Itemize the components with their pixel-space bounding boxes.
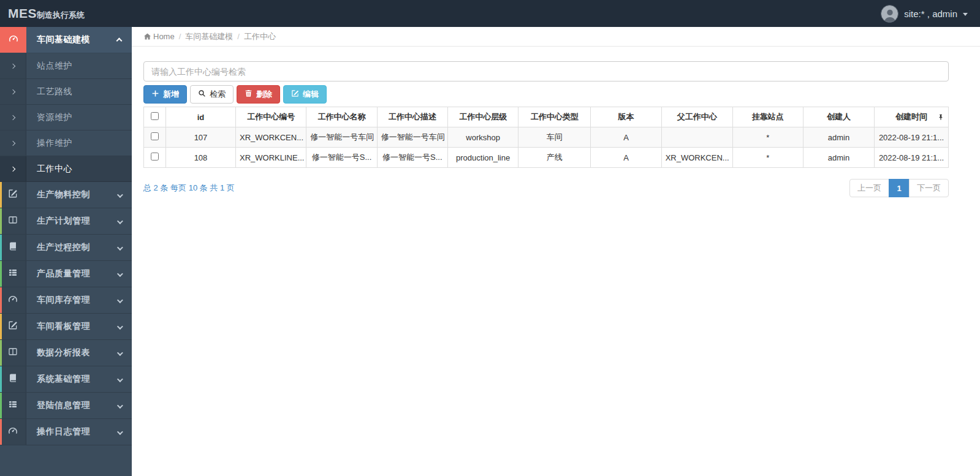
cell-version: A (591, 127, 661, 148)
plus-icon (151, 89, 159, 99)
th-list-icon (8, 268, 18, 280)
chevron-down-icon (117, 268, 121, 279)
sidebar-group-production-plan-management[interactable]: 生产计划管理 (0, 208, 132, 235)
chevron-right-icon (10, 140, 15, 145)
cell-version: A (591, 148, 661, 168)
logo-sub-text: 制造执行系统 (37, 10, 85, 21)
sidebar-group-label: 生产计划管理 (26, 216, 117, 227)
cell-level: workshop (447, 127, 518, 148)
cell-parent: XR_WORKCEN... (661, 148, 732, 168)
person-icon (883, 7, 897, 22)
cell-parent (661, 127, 732, 148)
cell-id: 107 (166, 127, 236, 148)
breadcrumb-current: 工作中心 (244, 31, 276, 42)
select-all-checkbox[interactable] (151, 112, 159, 120)
cell-name: 修一智能一号车间 (306, 127, 377, 148)
row-checkbox[interactable] (151, 132, 159, 140)
column-header-create-time: 创建时间 (875, 107, 949, 127)
add-button[interactable]: 新增 (143, 85, 187, 104)
stripe (0, 314, 2, 339)
chevron-down-icon (117, 321, 121, 332)
table-row[interactable]: 107 XR_WORKCEN... 修一智能一号车间 修一智能一号车间 work… (144, 127, 949, 148)
sidebar-item-resource-maintenance[interactable]: 资源维护 (0, 105, 132, 130)
chevron-down-icon (117, 347, 121, 358)
breadcrumb-home[interactable]: Home (143, 32, 175, 41)
delete-button[interactable]: 删除 (237, 85, 280, 104)
sidebar-group-operation-log-management[interactable]: 操作日志管理 (0, 419, 132, 445)
column-header-description: 工作中心描述 (377, 107, 447, 127)
chevron-down-icon (117, 374, 121, 385)
avatar (881, 5, 898, 23)
cell-type: 产线 (518, 148, 591, 168)
caret-down-icon (963, 13, 968, 16)
columns-icon (8, 215, 18, 227)
book-icon (8, 241, 18, 254)
chevron-down-icon (117, 400, 121, 411)
cell-creator: admin (803, 148, 875, 168)
sidebar-group-workshop-kanban-management[interactable]: 车间看板管理 (0, 314, 132, 340)
sidebar-group-product-quality-management[interactable]: 产品质量管理 (0, 261, 132, 287)
row-checkbox[interactable] (151, 153, 159, 161)
stripe (0, 393, 2, 418)
cell-creator: admin (803, 127, 875, 148)
chevron-down-icon (117, 295, 121, 306)
user-menu[interactable]: site:* , admin (881, 5, 980, 23)
sidebar-group-label: 操作日志管理 (26, 426, 117, 437)
edit-button[interactable]: 编辑 (283, 85, 327, 104)
sidebar-group-workshop-inventory-management[interactable]: 车间库存管理 (0, 287, 132, 314)
trash-icon (245, 89, 253, 99)
breadcrumb-level1[interactable]: 车间基础建模 (185, 31, 233, 42)
breadcrumb-separator: / (179, 32, 181, 41)
next-page-button[interactable]: 下一页 (909, 179, 949, 197)
stripe (0, 340, 2, 366)
sidebar-item-work-center[interactable]: 工作中心 (0, 156, 132, 182)
prev-page-button[interactable]: 上一页 (849, 179, 889, 197)
th-list-icon (8, 399, 18, 412)
search-input[interactable] (143, 61, 949, 81)
sidebar-group-system-basic-management[interactable]: 系统基础管理 (0, 366, 132, 393)
column-header-code: 工作中心编号 (236, 107, 306, 127)
sidebar-group-label: 车间基础建模 (26, 34, 117, 45)
sidebar-item-operation-maintenance[interactable]: 操作维护 (0, 130, 132, 156)
book-icon (8, 373, 18, 385)
app-logo: MES制造执行系统 (0, 6, 85, 21)
sidebar-group-label: 车间库存管理 (26, 295, 117, 306)
sidebar-item-label: 操作维护 (26, 138, 132, 149)
chevron-right-icon (10, 63, 15, 68)
topbar: MES制造执行系统 site:* , admin (0, 0, 980, 27)
sidebar-group-production-process-control[interactable]: 生产过程控制 (0, 235, 132, 261)
cell-type: 车间 (518, 127, 591, 148)
chevron-down-icon (117, 216, 121, 227)
mes-app: MES制造执行系统 site:* , admin 车间基础建模 站点维护 (0, 0, 980, 476)
sidebar-item-process-route[interactable]: 工艺路线 (0, 79, 132, 105)
edit-icon (291, 89, 299, 99)
pin-icon[interactable] (938, 114, 944, 121)
sidebar-group-label: 车间看板管理 (26, 321, 117, 332)
sidebar-group-production-material-control[interactable]: 生产物料控制 (0, 182, 132, 208)
select-all-checkbox-cell (144, 107, 166, 127)
sidebar-item-label: 站点维护 (26, 61, 132, 72)
search-button[interactable]: 检索 (190, 85, 234, 104)
sidebar-group-label: 生产物料控制 (26, 189, 117, 200)
sidebar-item-label: 工作中心 (26, 164, 132, 175)
column-header-name: 工作中心名称 (306, 107, 377, 127)
sidebar-group-login-info-management[interactable]: 登陆信息管理 (0, 393, 132, 419)
column-header-type: 工作中心类型 (518, 107, 591, 127)
gauge-icon (8, 294, 18, 306)
table-row[interactable]: 108 XR_WORKLINE... 修一智能一号S... 修一智能一号S...… (144, 148, 949, 168)
sidebar-item-station-maintenance[interactable]: 站点维护 (0, 53, 132, 79)
cell-create-time: 2022-08-19 21:1... (875, 148, 949, 168)
user-label: site:* , admin (904, 9, 957, 19)
pencil-square-icon (8, 189, 18, 201)
sidebar-group-workshop-basic-modeling[interactable]: 车间基础建模 (0, 27, 132, 53)
chevron-right-icon (10, 89, 15, 94)
gauge-icon (8, 426, 18, 438)
column-header-level: 工作中心层级 (447, 107, 518, 127)
gauge-icon (9, 34, 18, 46)
breadcrumb: Home / 车间基础建模 / 工作中心 (132, 27, 980, 47)
sidebar-group-label: 登陆信息管理 (26, 400, 117, 411)
sidebar-group-data-analysis-reports[interactable]: 数据分析报表 (0, 340, 132, 366)
page-1-button[interactable]: 1 (889, 179, 910, 197)
cell-id: 108 (166, 148, 236, 168)
chevron-right-icon (10, 115, 15, 119)
